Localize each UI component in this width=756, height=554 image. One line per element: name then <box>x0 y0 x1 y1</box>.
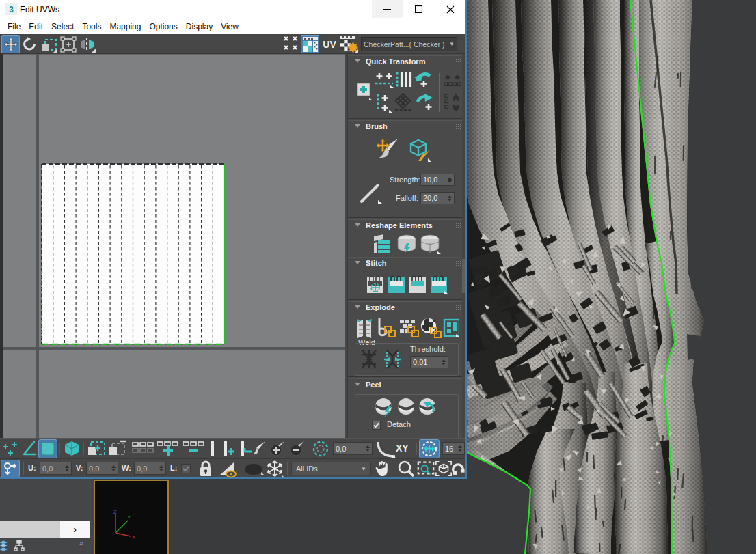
stitch-target-button[interactable] <box>409 277 426 293</box>
spinner-arrows[interactable] <box>448 174 452 185</box>
maximize-button[interactable] <box>403 0 434 18</box>
soft-selection-button[interactable] <box>311 440 330 458</box>
spinner-arrows[interactable] <box>442 357 446 368</box>
rollout-header-explode[interactable]: Explode <box>348 302 465 313</box>
zoom-region-button[interactable] <box>416 460 435 477</box>
strength-spinner[interactable]: 10,0 <box>420 174 455 186</box>
u-spinner[interactable]: 0,0 <box>40 462 72 475</box>
rollout-header-quick-transform[interactable]: Quick Transform <box>348 56 465 67</box>
rollout-header-stitch[interactable]: Stitch <box>348 258 465 268</box>
threshold-spinner[interactable]: 0,01 <box>410 356 448 368</box>
stitch-source-button[interactable] <box>388 277 405 293</box>
menu-edit[interactable]: Edit <box>26 20 46 33</box>
weld-target-button[interactable] <box>362 350 376 368</box>
freeform-tool-button[interactable] <box>59 35 77 53</box>
brush-size-spinner[interactable]: 16 <box>442 442 465 455</box>
relax-brush-button[interactable] <box>408 139 431 162</box>
select-by-element-off-button[interactable] <box>108 440 127 458</box>
explode-tiles-button[interactable] <box>444 320 459 337</box>
edge-mode-button[interactable] <box>21 440 38 458</box>
close-button[interactable] <box>435 0 465 18</box>
move-tool-button[interactable] <box>1 35 20 53</box>
panel-scrollbar-thumb[interactable] <box>462 259 465 293</box>
menu-options[interactable]: Options <box>146 20 180 33</box>
peel-mode-button[interactable] <box>398 398 414 415</box>
select-by-element-on-button[interactable] <box>87 440 106 458</box>
menu-display[interactable]: Display <box>183 20 215 33</box>
zoom-to-gizmo-button[interactable] <box>452 460 466 477</box>
absolute-mode-button[interactable] <box>1 460 20 477</box>
spinner-arrows[interactable] <box>458 443 462 454</box>
stitch-all-button[interactable] <box>431 277 448 294</box>
straighten-selection-icon[interactable] <box>397 72 411 87</box>
layers-icon[interactable] <box>0 539 10 553</box>
lock-aspect-checkbox[interactable] <box>181 464 191 473</box>
relax-tool-icon[interactable] <box>395 94 411 110</box>
scale-tool-button[interactable] <box>40 35 58 53</box>
reshape-element-button[interactable] <box>421 235 441 254</box>
texture-list-dropdown[interactable]: CheckerPatt...( Checker ) ▼ <box>361 37 457 51</box>
w-spinner[interactable]: 0,0 <box>134 462 166 475</box>
explode-checker-button[interactable] <box>421 318 441 337</box>
edit-soft-selection-button[interactable] <box>419 439 440 458</box>
spinner-arrows[interactable] <box>448 193 452 204</box>
menu-view[interactable]: View <box>218 20 241 33</box>
reshape-relax-button[interactable] <box>398 235 416 253</box>
freeze-selected-button[interactable] <box>265 460 284 477</box>
titlebar[interactable]: 3 Edit UVWs <box>0 0 465 18</box>
falloff-curve-button[interactable] <box>376 440 396 458</box>
reshape-stack-button[interactable] <box>374 234 390 253</box>
pan-button[interactable] <box>373 460 391 477</box>
stitch-custom-button[interactable] <box>367 277 383 293</box>
uv-space-button[interactable]: UV <box>320 36 339 53</box>
rollout-header-reshape[interactable]: Reshape Elements <box>348 220 465 231</box>
explode-faces-button[interactable] <box>400 320 418 337</box>
select-edge-loop-button[interactable] <box>207 440 218 458</box>
paint-move-brush-button[interactable] <box>377 137 399 161</box>
map-options-button[interactable] <box>340 35 358 53</box>
grow-selection-button[interactable] <box>156 440 180 458</box>
rotate-tool-button[interactable] <box>21 35 39 53</box>
horizontal-scrollbar[interactable]: › <box>0 521 90 538</box>
quick-peel-button[interactable] <box>375 398 392 417</box>
menu-file[interactable]: File <box>5 20 23 33</box>
minimize-button[interactable] <box>372 0 403 18</box>
move-selected-button[interactable] <box>357 83 373 100</box>
uv-canvas[interactable] <box>0 54 345 438</box>
show-map-dither-button[interactable] <box>282 35 301 53</box>
rollout-header-peel[interactable]: Peel <box>348 379 465 390</box>
filter-selected-faces-button[interactable] <box>217 460 238 478</box>
peel-reset-button[interactable] <box>419 398 435 415</box>
left-viewport[interactable]: Z Y X <box>94 480 169 554</box>
zoom-extents-button[interactable] <box>435 460 453 477</box>
uv-shell[interactable] <box>41 163 225 345</box>
polygon-mode-button[interactable] <box>38 439 57 458</box>
lock-selection-button[interactable] <box>197 460 215 477</box>
spinner-arrows[interactable] <box>65 462 69 474</box>
spinner-arrows[interactable] <box>111 462 116 474</box>
rotate-ccw-icon[interactable] <box>414 74 430 87</box>
falloff-space-label[interactable]: XY <box>396 443 409 454</box>
panel-scrollbar[interactable] <box>462 54 465 438</box>
rollout-header-brush[interactable]: Brush <box>348 121 465 132</box>
align-vertical-icon[interactable] <box>378 94 392 113</box>
paint-select-button[interactable] <box>250 440 268 458</box>
menu-mapping[interactable]: Mapping <box>107 20 144 33</box>
scrollbar-thumb[interactable] <box>0 521 60 538</box>
hide-selected-button[interactable] <box>243 462 264 477</box>
spinner-arrows[interactable] <box>159 462 163 474</box>
paint-select-grow-button[interactable] <box>268 440 287 458</box>
zoom-button[interactable] <box>396 460 416 477</box>
grow-edge-loop-button[interactable] <box>220 440 237 458</box>
falloff-spinner[interactable]: 20,0 <box>420 192 455 204</box>
perspective-viewport[interactable] <box>467 0 756 554</box>
v-spinner[interactable]: 0,0 <box>86 462 118 475</box>
select-similar-button[interactable] <box>131 440 154 458</box>
weld-selected-button[interactable] <box>384 350 401 368</box>
soft-selection-spinner[interactable]: 0,0 <box>333 442 373 455</box>
scrollbar-right-button[interactable]: › <box>60 521 90 538</box>
schematic-view-icon[interactable] <box>14 540 25 551</box>
spinner-arrows[interactable] <box>366 443 370 454</box>
align-horizontal-icon[interactable] <box>375 73 394 88</box>
menu-tools[interactable]: Tools <box>79 20 104 33</box>
